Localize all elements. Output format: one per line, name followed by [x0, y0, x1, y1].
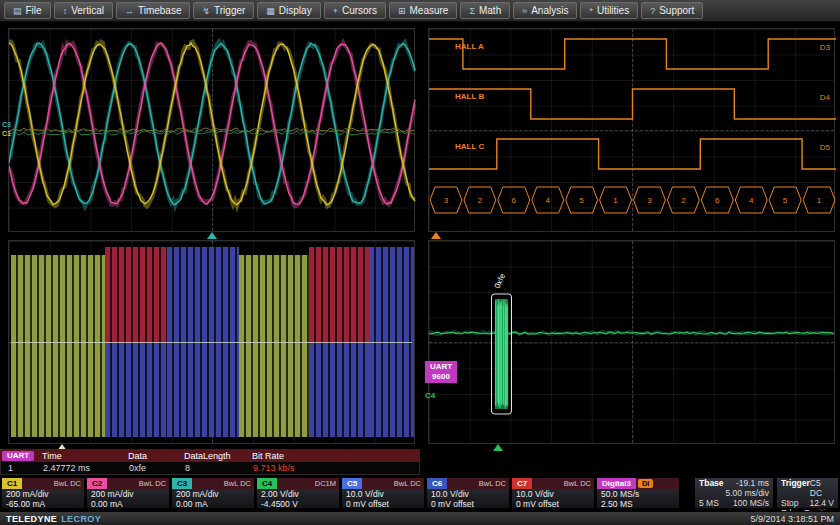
channel-descriptor-c1[interactable]: C1BwL DC200 mA/div-65.00 mA: [1, 477, 85, 509]
channel-coupling: BwL DC: [394, 478, 424, 489]
channel-descriptor-c6[interactable]: C6BwL DC10.0 V/div0 mV offset: [426, 477, 510, 509]
decode-table-row[interactable]: 1 2.47772 ms 0xfe 8 9.713 kb/s: [0, 462, 420, 475]
channel-coupling: BwL DC: [479, 478, 509, 489]
hall-c-label: HALL C: [455, 142, 484, 151]
file-icon: ▤: [13, 6, 22, 16]
svg-text:5: 5: [579, 196, 584, 205]
svg-text:3: 3: [647, 196, 652, 205]
support-icon: ?: [650, 6, 655, 16]
channel-value-1: 200 mA/div: [87, 489, 169, 499]
analysis-icon: ≈: [522, 6, 527, 16]
menu-button-math[interactable]: ΣMath: [460, 2, 510, 19]
channel-chip-c2: C2: [87, 478, 107, 489]
channel-descriptor-c3[interactable]: C3BwL DC200 mA/div0.00 mA: [171, 477, 255, 509]
tbase-rate: 100 MS/s: [733, 498, 769, 508]
menu-button-utilities[interactable]: *Utilities: [580, 2, 638, 19]
menu-button-vertical[interactable]: ↕Vertical: [54, 2, 113, 19]
decode-row-time: 2.47772 ms: [41, 463, 127, 473]
tbase-samples: 5 MS: [699, 498, 719, 508]
channel-coupling: BwL DC: [224, 478, 254, 489]
decode-row-bitrate: 9.713 kb/s: [251, 463, 335, 473]
utilities-icon: *: [589, 6, 593, 16]
menu-label: Analysis: [531, 5, 568, 16]
menu-button-support[interactable]: ?Support: [641, 2, 703, 19]
pwm-waveform-grid[interactable]: [8, 240, 415, 444]
menu-button-timebase[interactable]: ↔Timebase: [116, 2, 191, 19]
channel-chip-c3: C3: [172, 478, 192, 489]
cursors-icon: +: [333, 6, 338, 16]
svg-text:0xfe: 0xfe: [493, 272, 508, 290]
channel-descriptor-c7[interactable]: C7BwL DC10.0 V/div0 mV offset: [511, 477, 595, 509]
menu-button-file[interactable]: ▤File: [4, 2, 51, 19]
menu-button-trigger[interactable]: ↯Trigger: [193, 2, 254, 19]
channel-value-2: 0 mV offset: [427, 499, 509, 509]
c4-trace-marker[interactable]: C4: [425, 391, 435, 400]
analog-waveform-svg: [9, 29, 416, 233]
menu-label: Timebase: [138, 5, 182, 16]
menu-button-analysis[interactable]: ≈Analysis: [513, 2, 577, 19]
channel-descriptor-row: C1BwL DC200 mA/div-65.00 mAC2BwL DC200 m…: [1, 477, 680, 510]
hall-a-label: HALL A: [455, 42, 484, 51]
d3-line-label[interactable]: D3: [820, 43, 830, 52]
channel-descriptor-c2[interactable]: C2BwL DC200 mA/div0.00 mA: [86, 477, 170, 509]
digital-trigger-marker[interactable]: [431, 232, 441, 239]
c3-trace-marker[interactable]: C3: [2, 121, 11, 129]
oscilloscope-screen: ▤File↕Vertical↔Timebase↯Trigger▦Display+…: [0, 0, 840, 525]
channel-value-1: 50.0 MS/s: [597, 489, 679, 499]
menu-label: Vertical: [71, 5, 104, 16]
brand-lecroy: LECROY: [61, 514, 101, 524]
trigger-level: 12.4 V: [809, 498, 834, 508]
svg-text:1: 1: [817, 196, 822, 205]
status-bar: TELEDYNE LECROY 5/9/2014 3:18:51 PM: [0, 511, 840, 525]
menu-button-display[interactable]: ▦Display: [257, 2, 320, 19]
decode-header-datalength: DataLength: [182, 451, 250, 461]
channel-descriptor-c4[interactable]: C4DC1M2.00 V/div-4.4500 V: [256, 477, 340, 509]
timebase-descriptor[interactable]: Tbase -19.1 ms 5.00 ms/div 5 MS 100 MS/s: [694, 477, 774, 509]
trigger-position-marker[interactable]: [207, 232, 217, 239]
c4-mean-trace: [11, 342, 412, 343]
d5-line-label[interactable]: D5: [820, 143, 830, 152]
uart-protocol-label: UART: [425, 362, 457, 372]
decode-header-bitrate: Bit Rate: [250, 451, 334, 461]
serial-waveform-svg: 0xfe: [429, 241, 836, 445]
channel-descriptor-digital3[interactable]: Digital3Di50.0 MS/s2.50 MS: [596, 477, 680, 509]
uart-decode-table[interactable]: UART Time Data DataLength Bit Rate 1 2.4…: [0, 449, 420, 475]
trigger-descriptor[interactable]: Trigger C5 DC Stop 12.4 V Edge Positive: [776, 477, 839, 509]
menu-label: Utilities: [597, 5, 629, 16]
digital-hall-grid[interactable]: 326451326451 HALL A HALL B HALL C D3 D4 …: [428, 28, 835, 232]
channel-coupling: DC1M: [315, 478, 339, 489]
channel-value-2: 0.00 mA: [87, 499, 169, 509]
serial-waveform-grid[interactable]: 0xfe UART 9600 C4: [428, 240, 835, 444]
channel-value-2: 2.50 MS: [597, 499, 679, 509]
serial-trigger-marker[interactable]: [493, 444, 503, 451]
trigger-mode: Stop: [781, 498, 799, 508]
channel-chip-c5: C5: [342, 478, 362, 489]
channel-value-2: -65.00 mA: [2, 499, 84, 509]
analog-waveform-grid[interactable]: C3 C1: [8, 28, 415, 232]
d4-line-label[interactable]: D4: [820, 93, 830, 102]
menu-label: Cursors: [342, 5, 377, 16]
channel-chip-c7: C7: [512, 478, 532, 489]
pwm-block: [239, 255, 309, 437]
channel-value-1: 10.0 V/div: [342, 489, 424, 499]
menu-button-measure[interactable]: ⊞Measure: [389, 2, 457, 19]
uart-decode-badge[interactable]: UART 9600: [425, 361, 457, 383]
decode-row-index: 1: [1, 463, 41, 473]
menu-button-cursors[interactable]: +Cursors: [324, 2, 386, 19]
vertical-icon: ↕: [63, 6, 68, 16]
menu-label: File: [26, 5, 42, 16]
decode-protocol-badge[interactable]: UART: [2, 451, 34, 461]
pwm-block: [309, 247, 369, 343]
tbase-scale: 5.00 ms/div: [699, 488, 769, 498]
svg-text:5: 5: [783, 196, 788, 205]
svg-text:2: 2: [478, 196, 483, 205]
trigger-source: C5 DC: [810, 478, 834, 498]
c1-trace-marker[interactable]: C1: [2, 130, 11, 138]
channel-value-1: 200 mA/div: [172, 489, 254, 499]
menu-label: Trigger: [214, 5, 245, 16]
channel-chip-c4: C4: [257, 478, 277, 489]
channel-descriptor-c5[interactable]: C5BwL DC10.0 V/div0 mV offset: [341, 477, 425, 509]
channel-value-2: 0 mV offset: [342, 499, 424, 509]
svg-text:6: 6: [512, 196, 517, 205]
channel-chip-digital3: Digital3: [597, 478, 636, 489]
